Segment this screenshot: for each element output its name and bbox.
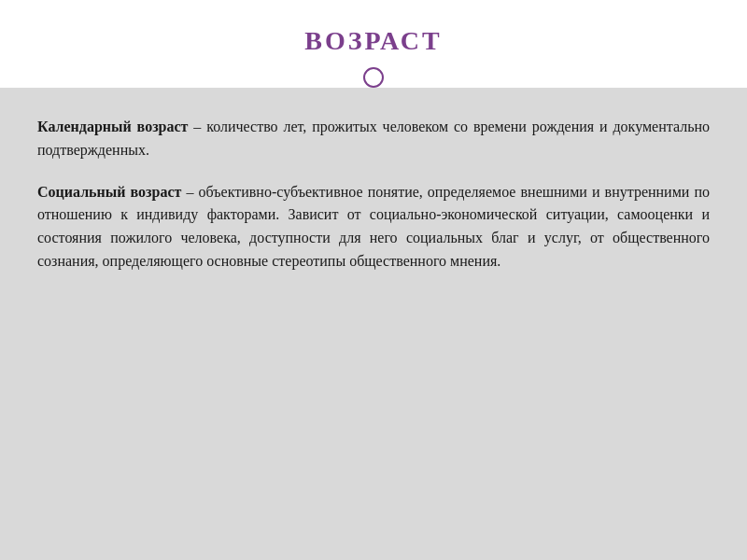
- separator-1: –: [188, 119, 206, 134]
- slide-title: ВОЗРАСТ: [304, 26, 442, 56]
- title-section: ВОЗРАСТ: [0, 0, 747, 88]
- separator-2: –: [181, 184, 198, 200]
- slide-container: ВОЗРАСТ Календарный возраст – количество…: [0, 0, 747, 560]
- paragraph-calendar-age: Календарный возраст – количество лет, пр…: [37, 116, 710, 162]
- title-circle-decoration: [363, 67, 384, 88]
- paragraph-social-age: Социальный возраст – объективно-субъекти…: [37, 181, 710, 273]
- term-social-age: Социальный возраст: [37, 184, 181, 200]
- content-section: Календарный возраст – количество лет, пр…: [0, 88, 747, 560]
- term-calendar-age: Календарный возраст: [37, 119, 188, 134]
